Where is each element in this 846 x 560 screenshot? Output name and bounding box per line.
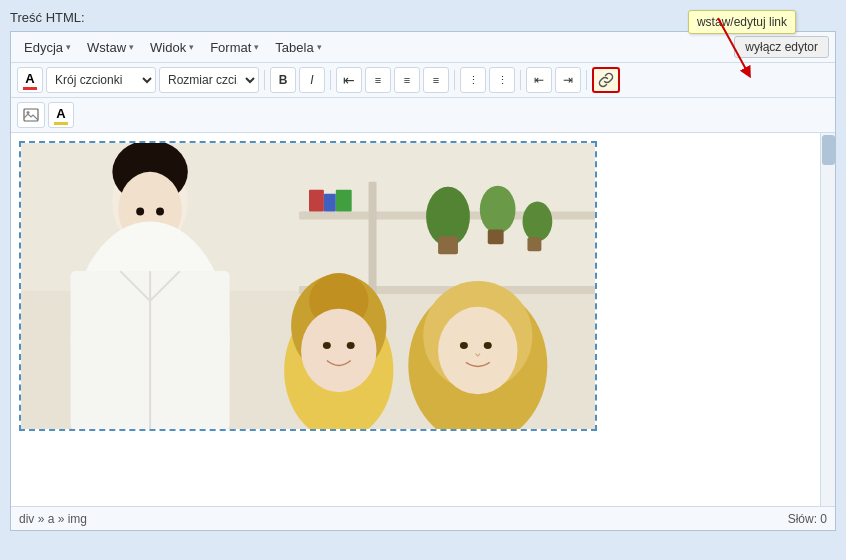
arrow-indicator xyxy=(718,18,798,98)
content-image xyxy=(19,141,597,431)
link-button[interactable] xyxy=(592,67,620,93)
image-icon xyxy=(23,108,39,122)
font-color-swatch xyxy=(23,87,37,90)
text-bgcolor-swatch xyxy=(54,122,68,125)
outer-container: wstaw/edytuj link Treść HTML: Edycja ▾ W… xyxy=(0,0,846,560)
italic-icon: I xyxy=(310,73,313,87)
chevron-down-icon: ▾ xyxy=(189,42,194,52)
align-center-button[interactable]: ≡ xyxy=(365,67,391,93)
align-center-icon: ≡ xyxy=(375,74,381,86)
photo-svg xyxy=(21,143,595,429)
indent-icon: ⇥ xyxy=(563,73,573,87)
indent-button[interactable]: ⇥ xyxy=(555,67,581,93)
svg-rect-15 xyxy=(527,237,541,251)
font-color-button[interactable]: A xyxy=(17,67,43,93)
ordered-list-icon: ⋮ xyxy=(497,74,508,87)
align-justify-icon: ≡ xyxy=(433,74,439,86)
svg-point-35 xyxy=(438,307,517,394)
chevron-down-icon: ▾ xyxy=(317,42,322,52)
align-justify-button[interactable]: ≡ xyxy=(423,67,449,93)
outdent-icon: ⇤ xyxy=(534,73,544,87)
outdent-button[interactable]: ⇤ xyxy=(526,67,552,93)
svg-point-32 xyxy=(347,342,355,349)
chevron-down-icon: ▾ xyxy=(66,42,71,52)
status-bar: div » a » img Słów: 0 xyxy=(11,506,835,530)
svg-rect-11 xyxy=(438,236,458,254)
bold-button[interactable]: B xyxy=(270,67,296,93)
svg-point-37 xyxy=(484,342,492,349)
menu-edycja[interactable]: Edycja ▾ xyxy=(17,37,78,58)
toolbar-row2: A Krój czcionki Rozmiar czci... B I xyxy=(11,63,835,98)
svg-rect-17 xyxy=(324,194,336,212)
font-color-label: A xyxy=(25,71,34,86)
breadcrumb: div » a » img xyxy=(19,512,87,526)
text-bgcolor-button[interactable]: A xyxy=(48,102,74,128)
editor-wrapper: Edycja ▾ Wstaw ▾ Widok ▾ Format ▾ Tabela… xyxy=(10,31,836,531)
svg-rect-2 xyxy=(24,109,38,121)
text-bgcolor-label: A xyxy=(56,106,65,121)
separator xyxy=(264,70,265,90)
scrollbar-thumb[interactable] xyxy=(822,135,835,165)
font-size-select[interactable]: Rozmiar czci... xyxy=(159,67,259,93)
menu-wstaw[interactable]: Wstaw ▾ xyxy=(80,37,141,58)
insert-image-button[interactable] xyxy=(17,102,45,128)
toolbar-row1: Edycja ▾ Wstaw ▾ Widok ▾ Format ▾ Tabela… xyxy=(11,32,835,63)
svg-point-36 xyxy=(460,342,468,349)
svg-point-30 xyxy=(301,309,376,392)
separator xyxy=(330,70,331,90)
editor-content[interactable] xyxy=(11,133,835,506)
chevron-down-icon: ▾ xyxy=(254,42,259,52)
menu-tabela[interactable]: Tabela ▾ xyxy=(268,37,328,58)
ordered-list-button[interactable]: ⋮ xyxy=(489,67,515,93)
separator xyxy=(454,70,455,90)
svg-rect-18 xyxy=(336,190,352,212)
menu-format[interactable]: Format ▾ xyxy=(203,37,266,58)
photo-background xyxy=(21,143,595,429)
word-count: Słów: 0 xyxy=(788,512,827,526)
toolbar-row3: A xyxy=(11,98,835,133)
menu-widok[interactable]: Widok ▾ xyxy=(143,37,201,58)
svg-point-22 xyxy=(136,208,144,216)
italic-button[interactable]: I xyxy=(299,67,325,93)
svg-point-12 xyxy=(480,186,516,234)
align-left-icon: ⇤ xyxy=(343,72,355,88)
svg-rect-16 xyxy=(309,190,324,212)
separator xyxy=(520,70,521,90)
link-icon xyxy=(598,72,614,88)
svg-point-31 xyxy=(323,342,331,349)
svg-line-1 xyxy=(718,18,748,73)
font-family-select[interactable]: Krój czcionki xyxy=(46,67,156,93)
svg-point-23 xyxy=(156,208,164,216)
scrollbar-track[interactable] xyxy=(820,133,835,506)
align-right-button[interactable]: ≡ xyxy=(394,67,420,93)
chevron-down-icon: ▾ xyxy=(129,42,134,52)
unordered-list-icon: ⋮ xyxy=(468,74,479,87)
unordered-list-button[interactable]: ⋮ xyxy=(460,67,486,93)
svg-point-14 xyxy=(523,202,553,242)
bold-icon: B xyxy=(279,73,288,87)
separator xyxy=(586,70,587,90)
align-left-button[interactable]: ⇤ xyxy=(336,67,362,93)
svg-rect-13 xyxy=(488,229,504,244)
align-right-icon: ≡ xyxy=(404,74,410,86)
